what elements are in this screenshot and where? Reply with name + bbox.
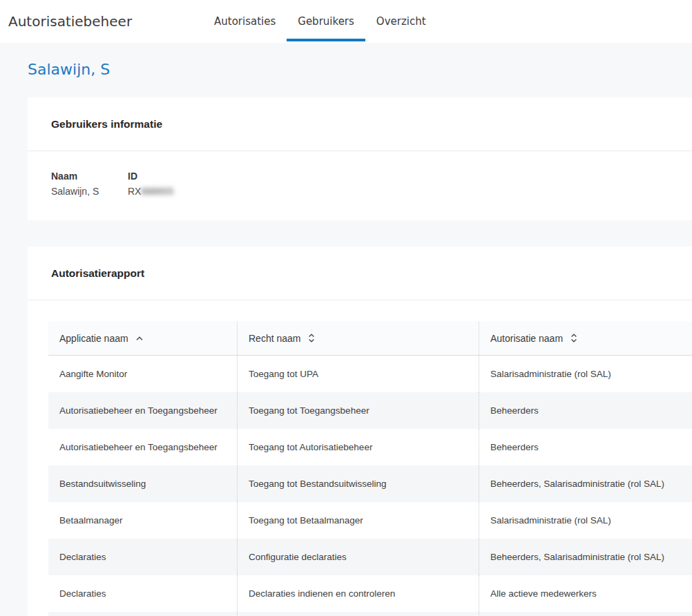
cell-autorisatie-naam: Alle actieve medewerkers (479, 575, 692, 612)
cell-recht-naam: Toegang tot Betaalmanager (237, 502, 479, 539)
cell-applicatie-naam: Declaraties (48, 575, 237, 612)
cell-applicatie-naam: Autorisatiebeheer en Toegangsbeheer (48, 429, 237, 465)
sort-both-icon (307, 333, 316, 343)
app-title: Autorisatiebeheer (8, 13, 132, 30)
cell-autorisatie-naam: Beheerders (479, 429, 692, 465)
nav-tabs: Autorisaties Gebruikers Overzicht (203, 0, 437, 43)
cell-recht-naam: Declaraties indienen en controleren (237, 575, 479, 612)
field-id-value: RX888655 (128, 186, 173, 197)
field-naam-value: Salawijn, S (51, 186, 128, 197)
cell-recht-naam: Toegang tot Toegangsbeheer (237, 392, 479, 429)
column-header-autorisatie-naam[interactable]: Autorisatie naam (479, 321, 692, 355)
field-naam-label: Naam (51, 171, 128, 182)
page-content: Salawijn, S Gebruikers informatie Naam S… (0, 61, 692, 616)
field-id-label: ID (128, 171, 173, 182)
cell-recht-naam: Toegang tot UPA (237, 356, 479, 392)
column-header-recht-naam[interactable]: Recht naam (237, 321, 479, 355)
id-prefix: RX (128, 186, 141, 197)
cell-applicatie-naam: Aangifte Monitor (48, 356, 237, 392)
cell-applicatie-naam: Bestandsuitwisseling (48, 465, 237, 502)
column-label: Recht naam (249, 333, 300, 344)
page-title: Salawijn, S (28, 61, 692, 79)
cell-applicatie-naam: Declaraties (48, 539, 237, 575)
top-nav: Autorisatiebeheer Autorisaties Gebruiker… (0, 0, 692, 43)
user-info-fields: Naam Salawijn, S ID RX888655 (28, 151, 692, 220)
table-row: Bestandsuitwisseling Toegang tot Bestand… (48, 465, 692, 502)
column-label: Applicatie naam (59, 333, 128, 344)
authorization-table: Applicatie naam Recht naam Autorisatie n… (48, 321, 692, 616)
cell-recht-naam: Toegang tot Bestandsuitwisseling (237, 465, 479, 502)
table-row: Betaalmanager Toegang tot Betaalmanager … (48, 502, 692, 539)
cell-recht-naam: Configuratie declaraties (237, 539, 479, 575)
cell-autorisatie-naam: Salarisadministratie (rol SAL) (479, 502, 692, 539)
column-label: Autorisatie naam (490, 333, 563, 344)
field-id: ID RX888655 (128, 171, 173, 197)
tab-autorisaties[interactable]: Autorisaties (203, 0, 287, 43)
cell-recht-naam: Toegang tot Autorisatiebeheer (237, 429, 479, 465)
cell-autorisatie-naam (479, 612, 692, 616)
table-row-partial (48, 612, 692, 616)
report-card-header: Autorisatierapport (28, 247, 692, 300)
authorization-report-card: Autorisatierapport Applicatie naam Recht… (28, 247, 692, 616)
user-info-card: Gebruikers informatie Naam Salawijn, S I… (28, 97, 692, 220)
table-row: Declaraties Declaraties indienen en cont… (48, 575, 692, 612)
tab-gebruikers[interactable]: Gebruikers (287, 0, 365, 43)
cell-applicatie-naam: Autorisatiebeheer en Toegangsbeheer (48, 392, 237, 429)
cell-applicatie-naam: Betaalmanager (48, 502, 237, 539)
user-info-card-header: Gebruikers informatie (28, 97, 692, 151)
table-row: Declaraties Configuratie declaraties Beh… (48, 539, 692, 575)
table-body: Aangifte Monitor Toegang tot UPA Salaris… (48, 356, 692, 616)
id-redacted-digits: 888655 (141, 186, 173, 197)
field-naam: Naam Salawijn, S (51, 171, 128, 197)
table-row: Autorisatiebeheer en Toegangsbeheer Toeg… (48, 392, 692, 429)
tab-overzicht[interactable]: Overzicht (365, 0, 437, 43)
cell-autorisatie-naam: Beheerders, Salarisadministratie (rol SA… (479, 465, 692, 502)
sort-both-icon (570, 333, 578, 343)
table-row: Aangifte Monitor Toegang tot UPA Salaris… (48, 356, 692, 392)
cell-autorisatie-naam: Beheerders (479, 392, 692, 429)
cell-autorisatie-naam: Salarisadministratie (rol SAL) (479, 356, 692, 392)
cell-autorisatie-naam: Beheerders, Salarisadministratie (rol SA… (479, 539, 692, 575)
table-header: Applicatie naam Recht naam Autorisatie n… (48, 321, 692, 356)
sort-ascending-icon (135, 336, 144, 341)
table-row: Autorisatiebeheer en Toegangsbeheer Toeg… (48, 429, 692, 465)
cell-recht-naam (237, 612, 479, 616)
column-header-applicatie-naam[interactable]: Applicatie naam (48, 321, 237, 355)
user-info-card-title: Gebruikers informatie (51, 118, 162, 131)
report-card-title: Autorisatierapport (51, 267, 144, 280)
cell-applicatie-naam (48, 612, 237, 616)
